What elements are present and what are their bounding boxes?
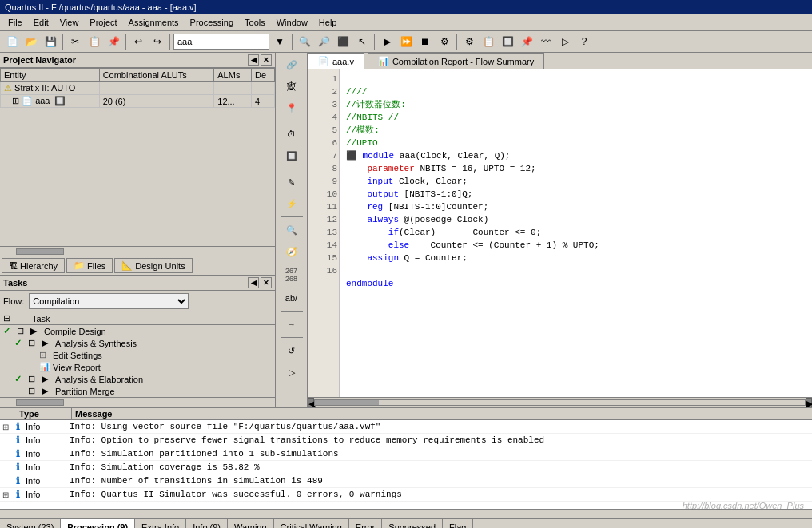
expand-icon[interactable]: ⊞: [12, 96, 19, 105]
menu-help[interactable]: Help: [314, 16, 342, 29]
tasks-float-btn[interactable]: ◀: [248, 277, 259, 288]
status-tab-critical[interactable]: Critical Warning: [274, 519, 349, 528]
sim-button[interactable]: ▷: [556, 33, 574, 50]
menu-assignments[interactable]: Assignments: [124, 16, 184, 29]
float-button[interactable]: ◀: [248, 54, 259, 66]
close-button[interactable]: ✕: [261, 54, 272, 66]
scroll-right-btn[interactable]: ▶: [806, 398, 812, 407]
fit-chip-btn[interactable]: 🔲: [280, 145, 304, 166]
message-row-0[interactable]: ⊞ ℹ Info Info: Using vector source file …: [0, 420, 812, 434]
netlist-btn[interactable]: 🕸: [280, 76, 304, 97]
reset-btn[interactable]: ↺: [280, 340, 304, 361]
message-row-1[interactable]: ℹ Info Info: Option to preserve fewer si…: [0, 434, 812, 447]
expand-icon[interactable]: ⊟: [28, 386, 39, 396]
select-button[interactable]: ↖: [353, 33, 371, 50]
table-row[interactable]: ⊞ 📄 aaa 🔲 20 (6) 12... 4: [1, 95, 275, 108]
save-button[interactable]: 💾: [42, 33, 59, 50]
edit-btn[interactable]: ✎: [280, 172, 304, 193]
status-tab-extrainfo[interactable]: Extra Info: [135, 519, 186, 528]
run-icon[interactable]: ▶: [30, 326, 42, 336]
expand-btn[interactable]: ⊞: [0, 423, 11, 431]
tab-files[interactable]: 📁 Files: [66, 258, 113, 273]
copy-button[interactable]: 📋: [86, 33, 103, 50]
code-content[interactable]: //// //计数器位数: //NBITS // //模数: //UPTO ⬛ …: [340, 69, 812, 397]
message-row-3[interactable]: ℹ Info Info: Simulation coverage is 58.8…: [0, 461, 812, 474]
zoom-btn[interactable]: 🔍: [280, 220, 304, 240]
tasks-h-scrollbar[interactable]: [0, 397, 275, 407]
pin-planner-btn[interactable]: 📍: [280, 97, 304, 118]
flow-select[interactable]: Compilation: [29, 293, 189, 309]
task-item-elaboration[interactable]: ✓ ⊟ ▶ Analysis & Elaboration: [0, 373, 275, 385]
expand-icon[interactable]: ⊟: [28, 374, 39, 384]
help-button[interactable]: ?: [575, 33, 593, 50]
paste-button[interactable]: 📌: [105, 33, 122, 50]
settings-button[interactable]: ⚙: [460, 33, 478, 50]
table-row[interactable]: ⚠ Stratix II: AUTO: [1, 82, 275, 95]
search-dropdown[interactable]: ▼: [271, 33, 289, 50]
message-row-5[interactable]: ⊞ ℹ Info Info: Quartus II Simulator was …: [0, 488, 812, 502]
nav-btn[interactable]: 🧭: [280, 241, 304, 262]
undo-button[interactable]: ↩: [129, 33, 147, 50]
tasks-close-btn[interactable]: ✕: [261, 277, 272, 288]
scroll-left-btn[interactable]: ◀: [308, 398, 314, 407]
scroll-thumb[interactable]: [16, 248, 64, 255]
ab-btn[interactable]: ab/: [280, 288, 304, 308]
tab-aaa-v[interactable]: 📄 aaa.v: [308, 53, 364, 69]
expand-icon[interactable]: ⊟: [17, 326, 28, 336]
task-item-compile[interactable]: ✓ ⊟ ▶ Compile Design: [0, 325, 275, 337]
status-tab-flag[interactable]: Flag: [443, 519, 473, 528]
run-icon[interactable]: ▶: [42, 374, 53, 384]
status-tab-system[interactable]: System (23): [0, 519, 61, 528]
task-item-edit-settings[interactable]: ⊡ Edit Settings: [0, 349, 275, 361]
nav-scroll-area[interactable]: [0, 108, 275, 246]
tab-design-units[interactable]: 📐 Design Units: [114, 258, 192, 273]
menu-edit[interactable]: Edit: [29, 16, 54, 29]
arrow-btn[interactable]: →: [280, 314, 304, 335]
zoom-out-button[interactable]: 🔎: [315, 33, 332, 50]
open-button[interactable]: 📂: [22, 33, 40, 50]
fit-button[interactable]: ⬛: [334, 33, 352, 50]
editor-h-scrollbar[interactable]: ◀ ▶: [308, 397, 812, 407]
message-row-2[interactable]: ℹ Info Info: Simulation partitioned into…: [0, 447, 812, 461]
run-icon[interactable]: ▶: [42, 338, 53, 348]
timing-btn[interactable]: ⏱: [280, 124, 304, 145]
menu-tools[interactable]: Tools: [240, 16, 270, 29]
rtl-viewer-btn[interactable]: 🔗: [280, 54, 304, 75]
expand-btn[interactable]: ⊞: [0, 490, 11, 499]
run-button[interactable]: ⏩: [397, 33, 415, 50]
menu-project[interactable]: Project: [85, 16, 121, 29]
pin-button[interactable]: 📌: [518, 33, 535, 50]
chip-button[interactable]: 🔲: [499, 33, 516, 50]
menu-view[interactable]: View: [55, 16, 84, 29]
redo-button[interactable]: ↪: [149, 33, 166, 50]
zoom-in-button[interactable]: 🔍: [296, 33, 313, 50]
status-tab-suppressed[interactable]: Suppressed: [382, 519, 443, 528]
expand-icon[interactable]: ⊟: [28, 338, 39, 348]
message-row-4[interactable]: ℹ Info Info: Number of transitions in si…: [0, 474, 812, 488]
scroll-track[interactable]: [314, 399, 806, 406]
status-tab-error[interactable]: Error: [349, 519, 382, 528]
properties-button[interactable]: 📋: [480, 33, 497, 50]
run-sim-btn[interactable]: ▷: [280, 362, 304, 383]
task-item-partition[interactable]: ⊟ ▶ Partition Merge: [0, 385, 275, 397]
tab-compilation-report[interactable]: 📊 Compilation Report - Flow Summary: [368, 53, 544, 69]
status-tab-processing[interactable]: Processing (9): [61, 519, 135, 528]
cut-button[interactable]: ✂: [66, 33, 84, 50]
compile-button[interactable]: ▶: [378, 33, 396, 50]
analyze-button[interactable]: ⚙: [436, 33, 453, 50]
tasks-scroll-thumb[interactable]: [16, 399, 64, 406]
status-tab-warning[interactable]: Warning: [228, 519, 274, 528]
menu-processing[interactable]: Processing: [185, 16, 238, 29]
task-item-analysis[interactable]: ✓ ⊟ ▶ Analysis & Synthesis: [0, 337, 275, 349]
menu-window[interactable]: Window: [272, 16, 312, 29]
search-input[interactable]: aaa: [173, 34, 269, 50]
menu-file[interactable]: File: [3, 16, 27, 29]
new-button[interactable]: 📄: [3, 33, 21, 50]
sim-btn2[interactable]: ⚡: [280, 193, 304, 214]
scroll-thumb[interactable]: [315, 400, 379, 405]
task-item-view-report[interactable]: 📊 View Report: [0, 361, 275, 373]
tab-hierarchy[interactable]: 🏗 Hierarchy: [2, 258, 65, 273]
h-scrollbar[interactable]: [0, 246, 275, 256]
run-icon[interactable]: ▶: [42, 386, 53, 396]
wave-button[interactable]: 〰: [537, 33, 555, 50]
